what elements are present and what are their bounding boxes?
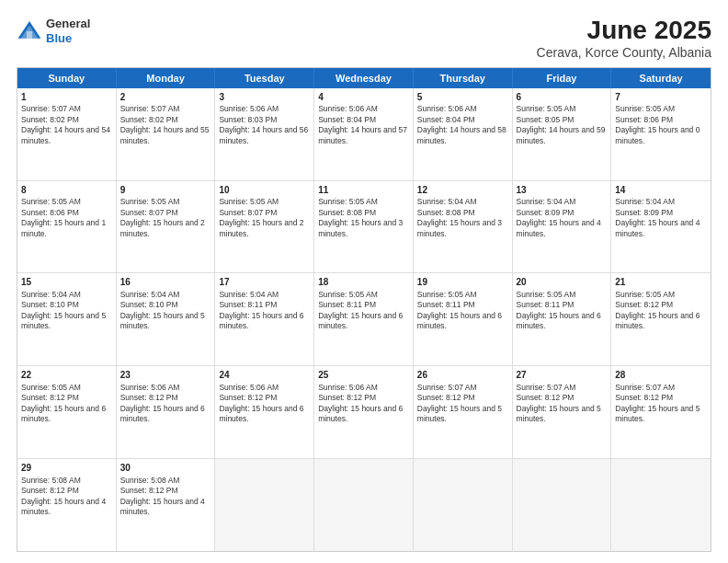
sunset-text: Sunset: 8:12 PM xyxy=(615,300,707,310)
day-number: 20 xyxy=(517,276,608,289)
day-number: 12 xyxy=(417,184,508,197)
daylight-text: Daylight: 15 hours and 4 minutes. xyxy=(21,497,112,518)
sunrise-text: Sunrise: 5:07 AM xyxy=(120,104,211,114)
calendar-cell: 27Sunrise: 5:07 AMSunset: 8:12 PMDayligh… xyxy=(513,366,612,458)
day-number: 4 xyxy=(318,91,409,104)
sunset-text: Sunset: 8:09 PM xyxy=(517,208,608,218)
logo-general-text: General xyxy=(46,17,90,30)
sunset-text: Sunset: 8:12 PM xyxy=(615,393,707,403)
calendar-week-3: 15Sunrise: 5:04 AMSunset: 8:10 PMDayligh… xyxy=(17,273,711,366)
calendar-week-1: 1Sunrise: 5:07 AMSunset: 8:02 PMDaylight… xyxy=(17,88,711,181)
day-number: 26 xyxy=(417,369,508,382)
day-number: 13 xyxy=(517,184,608,197)
sunrise-text: Sunrise: 5:06 AM xyxy=(318,383,409,393)
calendar-cell: 28Sunrise: 5:07 AMSunset: 8:12 PMDayligh… xyxy=(611,366,711,458)
calendar-cell: 18Sunrise: 5:05 AMSunset: 8:11 PMDayligh… xyxy=(314,273,414,365)
sunset-text: Sunset: 8:06 PM xyxy=(21,208,112,218)
sunset-text: Sunset: 8:12 PM xyxy=(120,393,211,403)
calendar-cell: 20Sunrise: 5:05 AMSunset: 8:11 PMDayligh… xyxy=(513,273,612,365)
sunrise-text: Sunrise: 5:04 AM xyxy=(21,290,112,300)
sunrise-text: Sunrise: 5:06 AM xyxy=(318,104,409,114)
day-number: 19 xyxy=(417,276,508,289)
sunset-text: Sunset: 8:11 PM xyxy=(219,300,310,310)
daylight-text: Daylight: 14 hours and 55 minutes. xyxy=(120,125,211,146)
header-day-wednesday: Wednesday xyxy=(314,68,414,88)
calendar-header: SundayMondayTuesdayWednesdayThursdayFrid… xyxy=(17,68,711,88)
calendar-cell: 8Sunrise: 5:05 AMSunset: 8:06 PMDaylight… xyxy=(17,181,117,273)
calendar-cell: 16Sunrise: 5:04 AMSunset: 8:10 PMDayligh… xyxy=(117,273,216,365)
sunrise-text: Sunrise: 5:05 AM xyxy=(417,290,508,300)
calendar-week-4: 22Sunrise: 5:05 AMSunset: 8:12 PMDayligh… xyxy=(17,366,711,459)
daylight-text: Daylight: 15 hours and 6 minutes. xyxy=(615,311,707,332)
sunrise-text: Sunrise: 5:08 AM xyxy=(21,476,112,486)
day-number: 15 xyxy=(21,276,112,289)
sunset-text: Sunset: 8:02 PM xyxy=(120,115,211,125)
day-number: 17 xyxy=(219,276,310,289)
day-number: 16 xyxy=(120,276,211,289)
header: General Blue June 2025 Cerava, Korce Cou… xyxy=(17,17,711,60)
day-number: 14 xyxy=(615,184,707,197)
sunset-text: Sunset: 8:12 PM xyxy=(120,486,211,496)
calendar-cell: 19Sunrise: 5:05 AMSunset: 8:11 PMDayligh… xyxy=(414,273,513,365)
daylight-text: Daylight: 15 hours and 6 minutes. xyxy=(120,404,211,425)
sunrise-text: Sunrise: 5:04 AM xyxy=(120,290,211,300)
daylight-text: Daylight: 15 hours and 6 minutes. xyxy=(21,404,112,425)
sunset-text: Sunset: 8:10 PM xyxy=(120,300,211,310)
sunrise-text: Sunrise: 5:06 AM xyxy=(417,104,508,114)
daylight-text: Daylight: 15 hours and 1 minute. xyxy=(21,218,112,239)
header-day-saturday: Saturday xyxy=(611,68,711,88)
day-number: 23 xyxy=(120,369,211,382)
sunrise-text: Sunrise: 5:05 AM xyxy=(615,104,707,114)
sunrise-text: Sunrise: 5:04 AM xyxy=(219,290,310,300)
sunset-text: Sunset: 8:08 PM xyxy=(417,208,508,218)
daylight-text: Daylight: 14 hours and 54 minutes. xyxy=(21,125,112,146)
calendar-cell: 1Sunrise: 5:07 AMSunset: 8:02 PMDaylight… xyxy=(17,88,117,180)
daylight-text: Daylight: 15 hours and 3 minutes. xyxy=(318,218,409,239)
calendar-cell xyxy=(215,459,314,551)
daylight-text: Daylight: 15 hours and 6 minutes. xyxy=(417,311,508,332)
page-subtitle: Cerava, Korce County, Albania xyxy=(537,45,711,60)
calendar: SundayMondayTuesdayWednesdayThursdayFrid… xyxy=(17,67,711,552)
daylight-text: Daylight: 15 hours and 6 minutes. xyxy=(517,311,608,332)
day-number: 21 xyxy=(615,276,707,289)
calendar-cell: 25Sunrise: 5:06 AMSunset: 8:12 PMDayligh… xyxy=(314,366,414,458)
day-number: 18 xyxy=(318,276,409,289)
day-number: 29 xyxy=(21,462,112,475)
daylight-text: Daylight: 15 hours and 3 minutes. xyxy=(417,218,508,239)
calendar-cell: 2Sunrise: 5:07 AMSunset: 8:02 PMDaylight… xyxy=(117,88,216,180)
daylight-text: Daylight: 15 hours and 5 minutes. xyxy=(120,311,211,332)
header-day-tuesday: Tuesday xyxy=(215,68,314,88)
sunrise-text: Sunrise: 5:05 AM xyxy=(120,197,211,207)
calendar-cell: 9Sunrise: 5:05 AMSunset: 8:07 PMDaylight… xyxy=(117,181,216,273)
daylight-text: Daylight: 15 hours and 6 minutes. xyxy=(318,404,409,425)
sunset-text: Sunset: 8:05 PM xyxy=(517,115,608,125)
daylight-text: Daylight: 15 hours and 2 minutes. xyxy=(219,218,310,239)
daylight-text: Daylight: 15 hours and 6 minutes. xyxy=(318,311,409,332)
daylight-text: Daylight: 15 hours and 4 minutes. xyxy=(615,218,707,239)
day-number: 2 xyxy=(120,91,211,104)
sunset-text: Sunset: 8:11 PM xyxy=(517,300,608,310)
daylight-text: Daylight: 14 hours and 56 minutes. xyxy=(219,125,310,146)
sunset-text: Sunset: 8:10 PM xyxy=(21,300,112,310)
day-number: 7 xyxy=(615,91,707,104)
sunset-text: Sunset: 8:12 PM xyxy=(417,393,508,403)
calendar-cell xyxy=(314,459,414,551)
calendar-cell: 3Sunrise: 5:06 AMSunset: 8:03 PMDaylight… xyxy=(215,88,314,180)
day-number: 30 xyxy=(120,462,211,475)
day-number: 1 xyxy=(21,91,112,104)
calendar-cell: 26Sunrise: 5:07 AMSunset: 8:12 PMDayligh… xyxy=(414,366,513,458)
sunset-text: Sunset: 8:04 PM xyxy=(417,115,508,125)
sunset-text: Sunset: 8:11 PM xyxy=(417,300,508,310)
logo-blue-text: Blue xyxy=(46,31,72,45)
daylight-text: Daylight: 15 hours and 0 minutes. xyxy=(615,125,707,146)
day-number: 22 xyxy=(21,369,112,382)
sunset-text: Sunset: 8:12 PM xyxy=(21,393,112,403)
calendar-cell xyxy=(414,459,513,551)
page: General Blue June 2025 Cerava, Korce Cou… xyxy=(0,0,728,563)
daylight-text: Daylight: 15 hours and 5 minutes. xyxy=(615,404,707,425)
day-number: 6 xyxy=(517,91,608,104)
sunrise-text: Sunrise: 5:05 AM xyxy=(517,290,608,300)
day-number: 8 xyxy=(21,184,112,197)
sunrise-text: Sunrise: 5:04 AM xyxy=(517,197,608,207)
daylight-text: Daylight: 15 hours and 5 minutes. xyxy=(417,404,508,425)
